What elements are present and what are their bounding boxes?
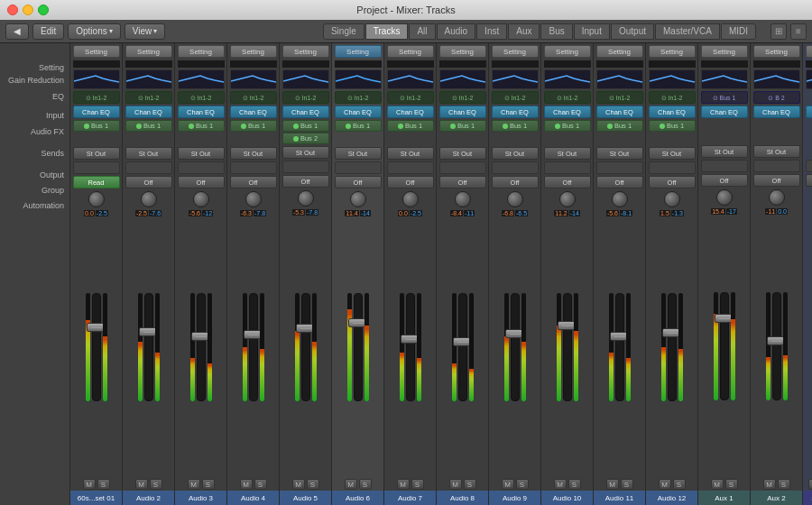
solo-btn-3[interactable]: S	[202, 479, 215, 490]
solo-btn-10[interactable]: S	[568, 479, 581, 490]
send-btn-9[interactable]: Bus 1	[492, 120, 539, 132]
setting-btn-1[interactable]: Setting	[73, 45, 120, 58]
fader-track-3[interactable]	[197, 293, 206, 401]
chan-eq-btn-9[interactable]: Chan EQ	[492, 106, 539, 118]
input-btn-2[interactable]: ⊙ In1-2	[125, 91, 172, 104]
pan-knob-2[interactable]	[141, 191, 157, 207]
chan-eq-btn-14[interactable]: Chan EQ	[753, 106, 800, 118]
eq-curve-11[interactable]	[596, 69, 643, 89]
fader-track-7[interactable]	[406, 293, 415, 401]
chan-eq-btn-7[interactable]: Chan EQ	[387, 106, 434, 118]
pan-knob-8[interactable]	[455, 191, 471, 207]
mute-btn-5[interactable]: M	[292, 479, 305, 490]
mute-btn-6[interactable]: M	[345, 479, 357, 490]
setting-btn-8[interactable]: Setting	[439, 45, 486, 58]
chan-eq-btn-12[interactable]: Chan EQ	[649, 106, 696, 118]
close-button[interactable]	[7, 5, 18, 15]
input-btn-13[interactable]: ⊙ Bus 1	[701, 91, 748, 104]
auto-btn-14[interactable]: Off	[753, 174, 800, 187]
channel-name-8[interactable]: Audio 8	[437, 491, 488, 505]
setting-btn-15[interactable]: Setting	[806, 45, 813, 58]
mute-btn-14[interactable]: M	[763, 479, 776, 490]
setting-btn-14[interactable]: Setting	[753, 45, 800, 58]
pan-knob-5[interactable]	[298, 190, 314, 207]
tab-tracks[interactable]: Tracks	[365, 23, 409, 40]
tab-single[interactable]: Single	[323, 23, 364, 40]
chan-eq-btn-13[interactable]: Chan EQ	[701, 106, 748, 118]
solo-btn-1[interactable]: S	[97, 479, 110, 490]
eq-curve-7[interactable]	[387, 69, 434, 89]
eq-curve-6[interactable]	[335, 69, 382, 89]
setting-btn-13[interactable]: Setting	[701, 45, 748, 58]
setting-btn-7[interactable]: Setting	[387, 45, 434, 58]
channel-name-7[interactable]: Audio 7	[384, 491, 436, 505]
tab-audio[interactable]: Audio	[437, 23, 476, 40]
tab-all[interactable]: All	[409, 23, 435, 40]
solo-btn-12[interactable]: S	[673, 479, 686, 490]
fader-track-12[interactable]	[668, 293, 677, 401]
pan-knob-6[interactable]	[350, 191, 366, 207]
tab-midi[interactable]: MIDI	[721, 23, 756, 40]
setting-btn-10[interactable]: Setting	[544, 45, 591, 58]
fader-track-13[interactable]	[720, 292, 729, 400]
send-btn-12[interactable]: Bus 1	[649, 120, 696, 132]
mute-btn-4[interactable]: M	[240, 479, 253, 490]
output-btn-8[interactable]: St Out	[439, 147, 486, 160]
output-btn-1[interactable]: St Out	[73, 147, 120, 160]
mute-btn-15[interactable]: M	[808, 479, 813, 490]
view-button[interactable]: View ▾	[125, 23, 166, 40]
auto-btn-8[interactable]: Off	[439, 176, 486, 188]
setting-btn-4[interactable]: Setting	[230, 45, 277, 58]
eq-curve-12[interactable]	[649, 69, 696, 89]
mute-btn-13[interactable]: M	[711, 479, 724, 490]
output-btn-4[interactable]: St Out	[230, 147, 277, 160]
solo-btn-6[interactable]: S	[359, 479, 372, 490]
send-btn-8[interactable]: Bus 1	[439, 120, 486, 132]
chan-eq-btn-2[interactable]: Chan EQ	[125, 106, 172, 118]
pan-knob-13[interactable]	[716, 189, 733, 206]
solo-btn-8[interactable]: S	[464, 479, 476, 490]
fader-track-11[interactable]	[615, 293, 624, 401]
mute-btn-2[interactable]: M	[135, 479, 148, 490]
channel-name-15[interactable]: Stereo Out	[803, 491, 812, 505]
fader-track-4[interactable]	[249, 293, 258, 401]
options-button[interactable]: Options ▾	[68, 23, 120, 40]
send-btn-5[interactable]: Bus 1	[282, 120, 329, 132]
auto-btn-9[interactable]: Off	[492, 176, 539, 188]
pan-knob-3[interactable]	[193, 191, 209, 207]
fader-track-9[interactable]	[511, 293, 520, 401]
eq-curve-4[interactable]	[230, 69, 277, 89]
pan-knob-4[interactable]	[245, 191, 262, 207]
auto-btn-3[interactable]: Off	[178, 176, 225, 188]
fader-track-14[interactable]	[772, 292, 781, 400]
grid-icon[interactable]: ⊞	[770, 23, 787, 40]
tab-inst[interactable]: Inst	[476, 23, 507, 40]
pan-knob-11[interactable]	[612, 191, 628, 207]
input-btn-6[interactable]: ⊙ In1-2	[335, 91, 382, 104]
chan-eq-btn-6[interactable]: Chan EQ	[335, 106, 382, 118]
tab-output[interactable]: Output	[611, 23, 654, 40]
send-btn-2[interactable]: Bus 1	[125, 120, 172, 132]
auto-btn-12[interactable]: Off	[649, 176, 696, 188]
eq-curve-10[interactable]	[544, 69, 591, 89]
auto-btn-7[interactable]: Off	[387, 176, 434, 188]
auto-btn-13[interactable]: Off	[701, 174, 748, 187]
output-btn-13[interactable]: St Out	[701, 145, 748, 158]
mute-btn-1[interactable]: M	[83, 479, 96, 490]
channel-name-5[interactable]: Audio 5	[280, 491, 331, 505]
output-btn-6[interactable]: St Out	[335, 147, 382, 160]
chan-eq-btn-4[interactable]: Chan EQ	[230, 106, 277, 118]
setting-btn-5[interactable]: Setting	[282, 45, 329, 58]
input-btn-9[interactable]: ⊙ In1-2	[492, 91, 539, 104]
eq-curve-3[interactable]	[178, 69, 225, 89]
solo-btn-2[interactable]: S	[150, 479, 162, 490]
solo-btn-7[interactable]: S	[411, 479, 424, 490]
pan-knob-7[interactable]	[402, 191, 419, 207]
auto-btn-15[interactable]: Off	[806, 174, 813, 187]
back-button[interactable]: ◀	[5, 23, 29, 40]
pan-knob-12[interactable]	[664, 191, 680, 207]
mute-btn-10[interactable]: M	[554, 479, 567, 490]
eq-curve-5[interactable]	[282, 69, 329, 89]
mute-btn-12[interactable]: M	[659, 479, 671, 490]
eq-curve-8[interactable]	[439, 69, 486, 89]
